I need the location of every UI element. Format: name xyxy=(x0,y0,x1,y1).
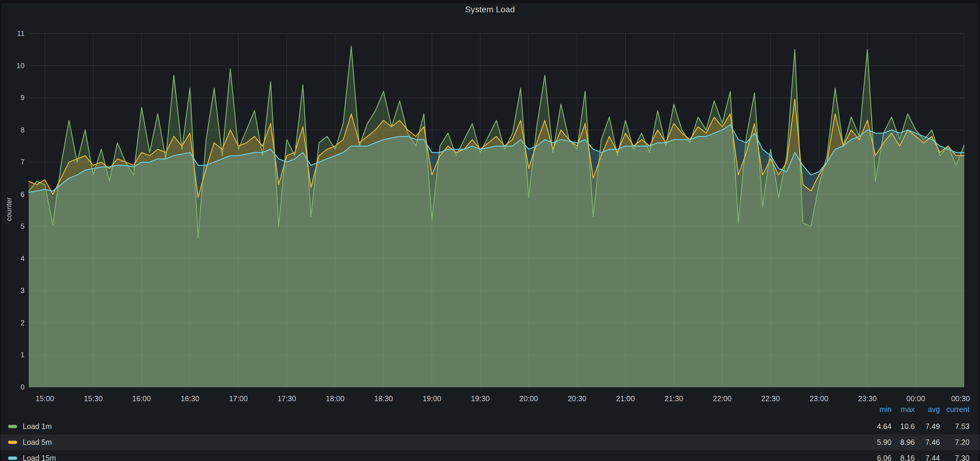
x-tick-label: 17:00 xyxy=(219,394,258,403)
x-tick-label: 19:00 xyxy=(412,394,452,403)
series-color-swatch[interactable] xyxy=(8,425,17,428)
x-tick-label: 16:30 xyxy=(170,394,209,403)
y-tick-label: 5 xyxy=(0,222,24,231)
x-tick-label: 15:00 xyxy=(25,394,64,403)
x-tick-label: 15:30 xyxy=(74,394,113,403)
stat-current: 7.30 xyxy=(928,450,969,461)
x-tick-label: 19:30 xyxy=(461,394,500,403)
y-tick-label: 1 xyxy=(0,350,24,359)
y-tick-label: 11 xyxy=(0,29,24,38)
series-color-swatch[interactable] xyxy=(8,456,17,460)
x-tick-label: 22:30 xyxy=(751,394,790,403)
x-tick-label: 17:30 xyxy=(267,394,306,403)
legend-sort-current[interactable]: current xyxy=(928,404,969,414)
y-tick-label: 8 xyxy=(0,126,24,135)
x-tick-label: 22:00 xyxy=(703,394,742,403)
y-tick-label: 2 xyxy=(0,318,24,327)
y-tick-label: 10 xyxy=(0,61,24,70)
x-tick-label: 00:30 xyxy=(941,394,980,403)
legend-row-load-5m[interactable]: Load 5m 5.90 8.96 7.46 7.20 xyxy=(0,434,980,450)
legend-row-load-1m[interactable]: Load 1m 4.64 10.6 7.49 7.53 xyxy=(0,418,980,434)
y-tick-label: 3 xyxy=(0,286,24,295)
y-tick-label: 9 xyxy=(0,93,24,102)
legend-header: min max avg current xyxy=(0,404,980,414)
legend-series-label[interactable]: Load 15m xyxy=(23,450,56,461)
stat-current: 7.20 xyxy=(928,434,969,450)
x-tick-label: 23:00 xyxy=(799,394,838,403)
y-axis-label: counter xyxy=(5,197,13,221)
time-series-chart[interactable] xyxy=(0,0,980,461)
x-tick-label: 00:00 xyxy=(896,394,935,403)
x-tick-label: 21:30 xyxy=(654,394,693,403)
legend-series-label[interactable]: Load 1m xyxy=(23,418,52,434)
series-color-swatch[interactable] xyxy=(8,441,17,444)
legend: min max avg current Load 1m 4.64 10.6 7.… xyxy=(0,404,980,414)
x-tick-label: 23:30 xyxy=(848,394,887,403)
x-tick-label: 20:30 xyxy=(558,394,597,403)
x-tick-label: 18:30 xyxy=(364,394,403,403)
x-tick-label: 20:00 xyxy=(509,394,548,403)
legend-series-label[interactable]: Load 5m xyxy=(23,434,52,450)
legend-rows: Load 1m 4.64 10.6 7.49 7.53 Load 5m 5.90… xyxy=(0,418,980,461)
x-tick-label: 18:00 xyxy=(316,394,355,403)
y-tick-label: 0 xyxy=(0,383,24,392)
x-tick-label: 16:00 xyxy=(122,394,161,403)
x-tick-label: 21:00 xyxy=(606,394,645,403)
y-tick-label: 6 xyxy=(0,190,24,199)
legend-row-load-15m[interactable]: Load 15m 6.06 8.16 7.44 7.30 xyxy=(0,450,980,461)
y-tick-label: 7 xyxy=(0,157,24,167)
stat-current: 7.53 xyxy=(928,418,969,434)
series-area-load-15m xyxy=(29,125,964,387)
y-tick-label: 4 xyxy=(0,254,24,263)
dashboard-root: System Load counter 01234567891011 15:00… xyxy=(0,0,980,461)
